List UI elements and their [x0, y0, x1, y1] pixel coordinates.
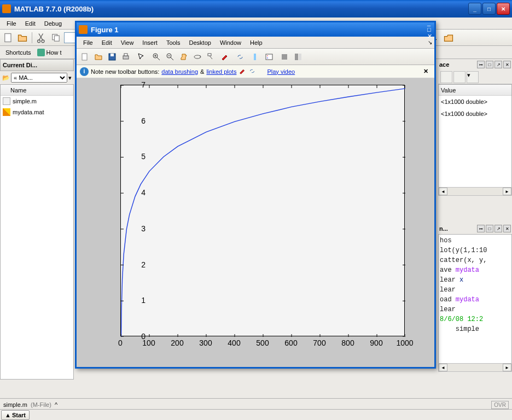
- info-icon: i: [80, 67, 89, 76]
- datacursor-icon[interactable]: [205, 51, 217, 63]
- folder-up-icon[interactable]: [443, 32, 455, 44]
- workspace-hscroll[interactable]: [438, 187, 512, 196]
- panel-close[interactable]: ✕: [503, 61, 511, 68]
- svg-rect-20: [254, 54, 256, 60]
- ytick-label: 7: [124, 80, 146, 89]
- fig-menu-tools[interactable]: Tools: [162, 38, 185, 47]
- svg-rect-24: [282, 54, 287, 60]
- colorbar-icon[interactable]: [249, 51, 261, 63]
- maximize-button[interactable]: □: [482, 3, 496, 15]
- minimize-button[interactable]: _: [468, 3, 481, 15]
- open-fig-icon[interactable]: [92, 51, 104, 63]
- ytick-label: 3: [124, 224, 146, 233]
- current-dir-header[interactable]: Current Di...: [0, 59, 74, 71]
- save-fig-icon[interactable]: [106, 51, 118, 63]
- workspace-panel-controls: ace ↦ □ ↗ ✕: [438, 59, 512, 70]
- rotate3d-icon[interactable]: [191, 51, 203, 63]
- axes[interactable]: [120, 85, 405, 336]
- legend-icon[interactable]: [263, 51, 275, 63]
- linked-plots-link[interactable]: linked plots: [206, 68, 236, 75]
- play-video-link[interactable]: Play video: [267, 68, 295, 75]
- fig-menu-desktop[interactable]: Desktop: [185, 38, 216, 47]
- cmdhist-line[interactable]: lear: [440, 305, 510, 314]
- panel-btn[interactable]: ↦: [477, 225, 485, 232]
- infobar-close-button[interactable]: ✕: [423, 68, 431, 75]
- ws-tool1[interactable]: [440, 71, 452, 83]
- file-row[interactable]: mydata.mat: [1, 107, 73, 118]
- cmdhist-line[interactable]: oad mydata: [440, 295, 510, 305]
- cmdhist-line[interactable]: 8/6/08 12:2: [440, 314, 510, 324]
- fig-dock-icon[interactable]: ↘: [428, 39, 432, 45]
- start-label: Start: [12, 412, 26, 418]
- start-button[interactable]: ▲ Start: [1, 410, 30, 420]
- panel-minimize[interactable]: □: [486, 61, 493, 68]
- panel-btn[interactable]: ↦: [477, 61, 485, 68]
- copy-icon[interactable]: [50, 32, 62, 44]
- file-name: mydata.mat: [13, 109, 44, 115]
- pan-icon[interactable]: [178, 51, 190, 63]
- info-prefix: Note new toolbar buttons:: [91, 68, 159, 75]
- howto-shortcut[interactable]: How t: [34, 48, 65, 57]
- fig-menu-insert[interactable]: Insert: [138, 38, 162, 47]
- hide-plot-tools-icon[interactable]: [278, 51, 290, 63]
- show-plot-tools-icon[interactable]: [292, 51, 304, 63]
- cmdhist-line[interactable]: lear x: [440, 275, 510, 285]
- panel-minimize[interactable]: □: [486, 225, 493, 232]
- cmdhist-line[interactable]: lear: [440, 285, 510, 295]
- zoom-out-icon[interactable]: [164, 51, 176, 63]
- brush-icon[interactable]: [219, 51, 231, 63]
- file-row[interactable]: simple.m: [1, 96, 73, 107]
- pointer-icon[interactable]: [135, 51, 147, 63]
- fig-menu-file[interactable]: File: [79, 38, 97, 47]
- info-amp: &: [200, 68, 204, 75]
- status-expand-icon[interactable]: ^: [55, 401, 61, 408]
- cmdhist-line[interactable]: simple: [440, 324, 510, 334]
- folder-dd-button[interactable]: ▾: [68, 74, 72, 81]
- fig-menu-edit[interactable]: Edit: [97, 38, 117, 47]
- main-titlebar: MATLAB 7.7.0 (R2008b) _ □ ✕: [0, 0, 512, 18]
- cut-icon[interactable]: [36, 32, 48, 44]
- ws-tool-dd[interactable]: ▾: [467, 71, 479, 83]
- close-button[interactable]: ✕: [497, 3, 510, 15]
- print-icon[interactable]: [120, 51, 132, 63]
- workspace-var-row[interactable]: <1x1000 double>: [439, 108, 511, 120]
- ytick-label: 1: [124, 296, 146, 305]
- command-history-list[interactable]: hoslot(y(1,1:10catter(x, y,ave mydatalea…: [438, 234, 512, 364]
- command-history-panel: n... ↦ □ ↗ ✕ hoslot(y(1,1:10catter(x, y,…: [438, 223, 512, 382]
- menu-file[interactable]: File: [2, 19, 21, 28]
- cmdhist-line[interactable]: lot(y(1,1:10: [440, 246, 510, 255]
- panel-undock[interactable]: ↗: [494, 61, 502, 68]
- cmdhist-line[interactable]: catter(x, y,: [440, 255, 510, 265]
- fig-menu-view[interactable]: View: [117, 38, 138, 47]
- fig-minimize-button[interactable]: _: [427, 20, 432, 26]
- panel-close[interactable]: ✕: [503, 225, 511, 232]
- fig-menu-help[interactable]: Help: [246, 38, 267, 47]
- open-folder-icon[interactable]: [16, 32, 28, 44]
- figure-titlebar[interactable]: Figure 1 _ □ ✕: [77, 22, 434, 37]
- panel-undock[interactable]: ↗: [494, 225, 502, 232]
- zoom-in-icon[interactable]: [150, 51, 162, 63]
- link-icon[interactable]: [234, 51, 246, 63]
- fig-maximize-button[interactable]: □: [427, 26, 432, 33]
- xtick-label: 300: [199, 339, 212, 347]
- menu-debug[interactable]: Debug: [40, 19, 66, 28]
- cmdhist-line[interactable]: ave mydata: [440, 265, 510, 275]
- menu-edit[interactable]: Edit: [21, 19, 40, 28]
- ws-tool2[interactable]: [453, 71, 466, 83]
- name-column-header[interactable]: Name: [1, 85, 73, 96]
- svg-rect-0: [5, 33, 11, 42]
- cmdhist-hscroll[interactable]: [438, 363, 512, 372]
- workspace-value-header[interactable]: Value: [439, 85, 511, 96]
- data-brushing-link[interactable]: data brushing: [161, 68, 198, 75]
- folder-select[interactable]: « MA...: [11, 73, 67, 83]
- new-file-icon[interactable]: [2, 32, 14, 44]
- workspace-var-row[interactable]: <1x1000 double>: [439, 96, 511, 108]
- matlab-main-window: MATLAB 7.7.0 (R2008b) _ □ ✕ File Edit De…: [0, 0, 512, 420]
- fig-menu-window[interactable]: Window: [216, 38, 246, 47]
- fig-close-button[interactable]: ✕: [427, 33, 432, 40]
- svg-line-19: [210, 56, 212, 59]
- plot-area[interactable]: 01234567 0100200300400500600700800900100…: [77, 78, 434, 367]
- svg-rect-7: [110, 54, 114, 56]
- new-fig-icon[interactable]: [79, 51, 91, 63]
- cmdhist-line[interactable]: hos: [440, 236, 510, 246]
